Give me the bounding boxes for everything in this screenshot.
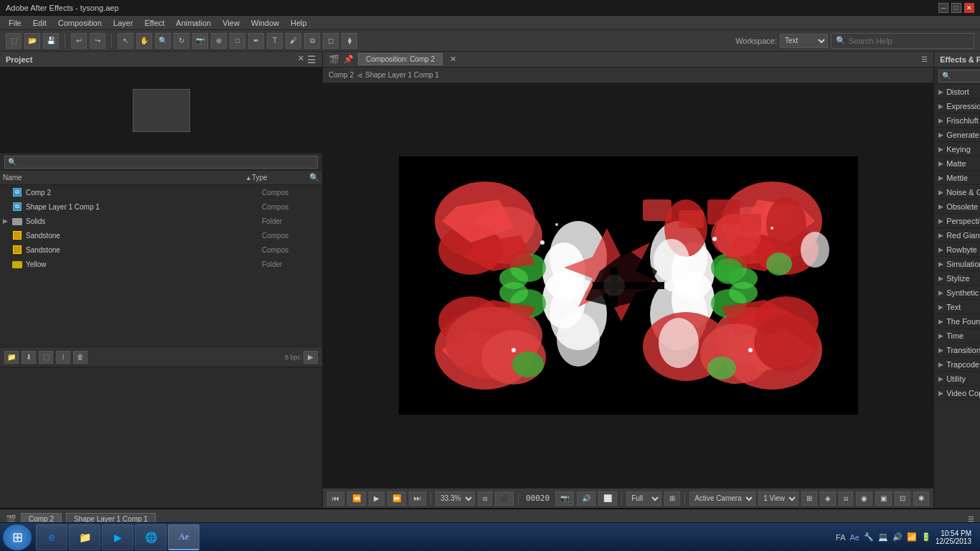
view-select[interactable]: 1 View xyxy=(758,491,798,506)
effect-category-distort[interactable]: ▶ Distort xyxy=(934,85,980,99)
pixel-btn[interactable]: ⬛ xyxy=(495,491,514,506)
menu-file[interactable]: File xyxy=(3,17,27,29)
project-search-input[interactable] xyxy=(4,156,318,169)
effect-category-trapcode[interactable]: ▶ Trapcode xyxy=(934,357,980,372)
audio-btn[interactable]: 🔊 xyxy=(577,491,595,506)
hand-tool[interactable]: ✋ xyxy=(136,33,152,49)
project-item[interactable]: Yellow Folder xyxy=(0,257,322,271)
new-folder-btn[interactable]: 📁 xyxy=(4,351,19,364)
menu-layer[interactable]: Layer xyxy=(108,17,139,29)
project-item[interactable]: ⧉ Shape Layer 1 Comp 1 Compos xyxy=(0,199,322,214)
effect-category-text[interactable]: ▶ Text xyxy=(934,300,980,314)
puppet-tool[interactable]: ⧫ xyxy=(341,33,357,49)
menu-edit[interactable]: Edit xyxy=(27,17,52,29)
grid-btn[interactable]: ⊞ xyxy=(801,491,817,506)
effect-category-matte[interactable]: ▶ Matte xyxy=(934,156,980,171)
menu-help[interactable]: Help xyxy=(285,17,313,29)
comp-transport-step-fwd[interactable]: ⏩ xyxy=(387,491,406,506)
redo-btn[interactable]: ↪ xyxy=(90,33,105,49)
import-btn[interactable]: ⬇ xyxy=(22,351,36,364)
comp-transport-prev[interactable]: ⏮ xyxy=(327,491,344,506)
text-tool[interactable]: T xyxy=(267,33,283,49)
new-comp-btn[interactable]: ⬚ xyxy=(39,351,53,364)
clone-tool[interactable]: ⧉ xyxy=(304,33,320,49)
effect-category-time[interactable]: ▶ Time xyxy=(934,329,980,343)
camera-icon-btn[interactable]: 📷 xyxy=(555,491,574,506)
expand-arrow[interactable]: ▶ xyxy=(3,217,11,225)
effect-category-rowbyte[interactable]: ▶ Rowbyte xyxy=(934,242,980,257)
motion-blur-btn[interactable]: ◉ xyxy=(856,491,872,506)
comp-tab-close[interactable]: ✕ xyxy=(450,55,456,64)
region-btn[interactable]: ⊞ xyxy=(664,491,680,506)
flow-btn[interactable]: ▶ xyxy=(303,351,318,364)
taskbar-firefox[interactable]: 🌐 xyxy=(135,524,166,550)
minimize-button[interactable]: ─ xyxy=(938,3,948,13)
effect-category-videocopilot[interactable]: ▶ Video Copilot xyxy=(934,386,980,400)
menu-composition[interactable]: Composition xyxy=(52,17,108,29)
project-panel-menu[interactable]: ☰ xyxy=(307,54,316,65)
tray-ae[interactable]: Ae xyxy=(849,533,859,542)
effects-search-input[interactable] xyxy=(938,70,980,83)
zoom-tool[interactable]: 🔍 xyxy=(155,33,171,49)
new-composition-btn[interactable]: ⬚ xyxy=(6,33,22,49)
anchor-tool[interactable]: ⊕ xyxy=(211,33,227,49)
start-button[interactable]: ⊞ xyxy=(3,524,32,550)
fit-btn[interactable]: ⧈ xyxy=(478,491,492,506)
comp-panel-menu[interactable]: ☰ xyxy=(921,55,928,63)
paint-tool[interactable]: 🖌 xyxy=(286,33,301,49)
project-item[interactable]: Sandstone Compos xyxy=(0,242,322,257)
project-item[interactable]: ⧉ Comp 2 Compos xyxy=(0,185,322,199)
menu-view[interactable]: View xyxy=(217,17,245,29)
open-file-btn[interactable]: 📂 xyxy=(24,33,40,49)
effect-category-red-giant[interactable]: ▶ Red Giant xyxy=(934,228,980,242)
info-btn[interactable]: i xyxy=(56,351,70,364)
effect-category-perspective[interactable]: ▶ Perspective xyxy=(934,214,980,228)
eraser-tool[interactable]: ◻ xyxy=(323,33,339,49)
reset-exp-btn[interactable]: ✱ xyxy=(913,491,929,506)
taskbar-aftereffects[interactable]: Ae xyxy=(168,524,199,550)
workspace-select[interactable]: Text Standard Minimal xyxy=(780,34,828,48)
effect-category-stylize[interactable]: ▶ Stylize xyxy=(934,271,980,286)
effect-category-noise[interactable]: ▶ Noise & Grain xyxy=(934,185,980,199)
comp-transport-play[interactable]: ▶ xyxy=(369,491,385,506)
menu-window[interactable]: Window xyxy=(245,17,285,29)
undo-btn[interactable]: ↩ xyxy=(71,33,87,49)
effect-category-synthetic[interactable]: ▶ Synthetic Aperture xyxy=(934,286,980,300)
effect-category-simulation[interactable]: ▶ Simulation xyxy=(934,257,980,271)
menu-animation[interactable]: Animation xyxy=(170,17,217,29)
shape-tool[interactable]: □ xyxy=(230,33,245,49)
save-btn[interactable]: 💾 xyxy=(43,33,59,49)
close-button[interactable]: ✕ xyxy=(964,3,974,13)
effect-category-mettle[interactable]: ▶ Mettle xyxy=(934,171,980,185)
mask-btn[interactable]: ⧇ xyxy=(839,491,853,506)
effect-category-transition[interactable]: ▶ Transition xyxy=(934,343,980,357)
trash-btn[interactable]: 🗑 xyxy=(73,351,88,364)
transparency-btn[interactable]: ⬜ xyxy=(598,491,617,506)
effect-category-frischluft[interactable]: ▶ Frischluft xyxy=(934,113,980,128)
breadcrumb-comp2[interactable]: Comp 2 xyxy=(329,71,354,79)
effect-category-generate[interactable]: ▶ Generate xyxy=(934,128,980,142)
search-help-input[interactable] xyxy=(849,37,969,45)
breadcrumb-shape-layer[interactable]: Shape Layer 1 Comp 1 xyxy=(365,71,439,79)
menu-effect[interactable]: Effect xyxy=(138,17,170,29)
effect-category-obsolete[interactable]: ▶ Obsolete xyxy=(934,199,980,214)
overlay-btn[interactable]: ◈ xyxy=(820,491,836,506)
pen-tool[interactable]: ✒ xyxy=(248,33,264,49)
flow-diagram-btn[interactable]: ⊡ xyxy=(895,491,910,506)
project-item[interactable]: ▶ Solids Folder xyxy=(0,214,322,228)
effect-category-keying[interactable]: ▶ Keying xyxy=(934,142,980,156)
project-panel-close[interactable]: ✕ xyxy=(298,54,304,65)
effect-category-foundry[interactable]: ▶ The Foundry xyxy=(934,314,980,329)
taskbar-ie[interactable]: e xyxy=(36,524,67,550)
composition-view[interactable] xyxy=(323,83,933,488)
camera-select[interactable]: Active Camera xyxy=(689,491,755,506)
taskbar-media[interactable]: ▶ xyxy=(102,524,133,550)
maximize-button[interactable]: □ xyxy=(951,3,961,13)
quality-select[interactable]: FullHalfThird xyxy=(626,491,661,506)
comp-transport-step-back[interactable]: ⏪ xyxy=(347,491,366,506)
project-item[interactable]: Sandstone Compos xyxy=(0,228,322,242)
taskbar-explorer[interactable]: 📁 xyxy=(69,524,100,550)
comp-transport-next[interactable]: ⏭ xyxy=(409,491,426,506)
zoom-select[interactable]: 33.3%50%100% xyxy=(435,491,475,506)
effect-category-utility[interactable]: ▶ Utility xyxy=(934,372,980,386)
